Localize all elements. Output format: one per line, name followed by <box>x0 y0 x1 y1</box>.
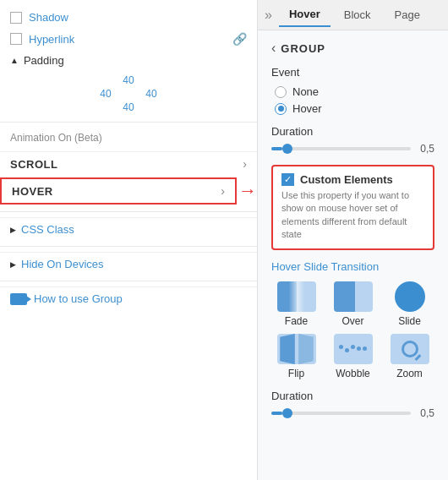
how-row[interactable]: How to use Group <box>0 286 257 310</box>
scroll-label: SCROLL <box>10 158 57 171</box>
right-panel: » Hover Block Page ‹ GROUP Event None Ho… <box>258 0 448 480</box>
padding-top-row: 40 <box>10 74 247 86</box>
radio-none-option[interactable]: None <box>275 85 434 98</box>
slide-wrapper <box>391 281 429 312</box>
duration-slider-track[interactable] <box>271 147 411 150</box>
zoom-glass <box>402 341 418 357</box>
wobble-label: Wobble <box>336 368 369 379</box>
duration2-slider-value: 0,5 <box>418 407 434 419</box>
duration2-slider-fill <box>271 412 282 415</box>
padding-header: ▲ Padding <box>0 50 257 71</box>
transition-flip[interactable]: Flip <box>271 334 321 379</box>
divider1 <box>0 122 257 123</box>
padding-top-value: 40 <box>118 74 139 86</box>
duration-slider-fill <box>271 147 282 150</box>
radio-none-circle <box>275 86 287 98</box>
hover-row[interactable]: HOVER › <box>0 177 237 205</box>
duration2-section: Duration 0,5 <box>271 390 434 419</box>
wobble-dot-5 <box>363 346 367 351</box>
animation-section: Animation On (Beta) <box>0 128 257 151</box>
duration-slider-value: 0,5 <box>418 143 434 155</box>
radio-hover-circle <box>275 103 287 115</box>
divider2 <box>0 211 257 212</box>
how-label: How to use Group <box>34 292 123 305</box>
right-content: ‹ GROUP Event None Hover Duration 0 <box>258 30 448 480</box>
duration-row: Duration 0,5 <box>271 125 434 155</box>
fade-label: Fade <box>285 315 308 327</box>
group-label: GROUP <box>281 42 325 55</box>
shadow-label: Shadow <box>29 11 68 24</box>
transition-zoom[interactable]: Zoom <box>385 334 434 379</box>
hover-label: HOVER <box>12 185 53 198</box>
slider-row: 0,5 <box>271 143 434 155</box>
divider4 <box>0 281 257 281</box>
transition-title: Hover Slide Transition <box>271 260 434 273</box>
hyperlink-label: Hyperlink <box>29 33 74 46</box>
hyperlink-row: Hyperlink 🔗 <box>0 28 257 50</box>
tab-hover[interactable]: Hover <box>279 3 331 27</box>
transition-grid: Fade Over Slide Flip <box>271 281 434 379</box>
animation-title: Animation On (Beta) <box>10 132 247 144</box>
padding-label: Padding <box>24 54 64 67</box>
tab-block[interactable]: Block <box>334 3 381 26</box>
flip-icon <box>277 334 316 364</box>
transition-over[interactable]: Over <box>328 281 378 327</box>
over-label: Over <box>341 315 363 327</box>
radio-hover-option[interactable]: Hover <box>275 102 434 115</box>
hover-chevron-icon: › <box>221 184 225 198</box>
expand-icon[interactable]: » <box>265 8 272 23</box>
over-icon <box>334 281 373 312</box>
slide-icon <box>395 281 425 312</box>
wobble-icon <box>334 334 373 364</box>
custom-elements-box: Custom Elements Use this property if you… <box>271 165 434 250</box>
duration2-label: Duration <box>271 390 434 402</box>
duration2-slider-thumb[interactable] <box>282 408 292 418</box>
fade-icon <box>277 281 316 312</box>
custom-elements-title: Custom Elements <box>300 173 393 186</box>
custom-elements-desc: Use this property if you want to show on… <box>281 189 424 242</box>
zoom-icon <box>391 334 429 364</box>
custom-elements-header: Custom Elements <box>281 173 424 186</box>
radio-group: None Hover <box>271 85 434 115</box>
radio-hover-label: Hover <box>292 102 322 115</box>
css-triangle-icon: ▶ <box>10 226 16 234</box>
divider3 <box>0 246 257 247</box>
padding-middle-row: 40 40 <box>10 88 247 100</box>
duration-label: Duration <box>271 125 434 138</box>
hide-row[interactable]: ▶ Hide On Devices <box>0 252 257 275</box>
tab-bar: » Hover Block Page <box>258 0 448 30</box>
wobble-dot-1 <box>339 345 343 349</box>
padding-bottom-row: 40 <box>10 101 247 113</box>
radio-none-label: None <box>292 85 319 98</box>
back-chevron-icon: ‹ <box>271 41 276 56</box>
padding-grid: 40 40 40 40 <box>0 71 257 117</box>
duration2-slider-track[interactable] <box>271 412 411 415</box>
hide-triangle-icon: ▶ <box>10 260 16 269</box>
triangle-icon: ▲ <box>10 56 19 65</box>
video-icon <box>10 293 27 305</box>
padding-right-value: 40 <box>141 88 161 100</box>
wobble-dot-3 <box>351 345 355 349</box>
transition-wobble[interactable]: Wobble <box>328 334 378 379</box>
slide-label: Slide <box>398 315 421 327</box>
event-section-title: Event <box>271 66 434 79</box>
hyperlink-checkbox[interactable] <box>10 33 22 45</box>
link-icon: 🔗 <box>232 32 247 46</box>
padding-left-value: 40 <box>96 88 116 100</box>
css-class-label: CSS Class <box>21 223 74 236</box>
custom-elements-checkbox[interactable] <box>281 173 294 186</box>
wobble-dot-2 <box>345 348 349 352</box>
transition-fade[interactable]: Fade <box>271 281 321 327</box>
css-class-row[interactable]: ▶ CSS Class <box>0 217 257 241</box>
duration-slider-thumb[interactable] <box>282 144 292 154</box>
scroll-chevron-icon: › <box>243 157 247 171</box>
left-panel: Shadow Hyperlink 🔗 ▲ Padding 40 40 40 40… <box>0 0 258 480</box>
shadow-checkbox[interactable] <box>10 12 22 24</box>
flip-label: Flip <box>288 368 304 379</box>
scroll-row[interactable]: SCROLL › <box>0 151 257 176</box>
back-group-button[interactable]: ‹ GROUP <box>271 41 434 56</box>
transition-slide[interactable]: Slide <box>385 281 434 327</box>
padding-bottom-value: 40 <box>118 101 139 113</box>
slider2-row: 0,5 <box>271 407 434 419</box>
tab-page[interactable]: Page <box>385 3 430 26</box>
